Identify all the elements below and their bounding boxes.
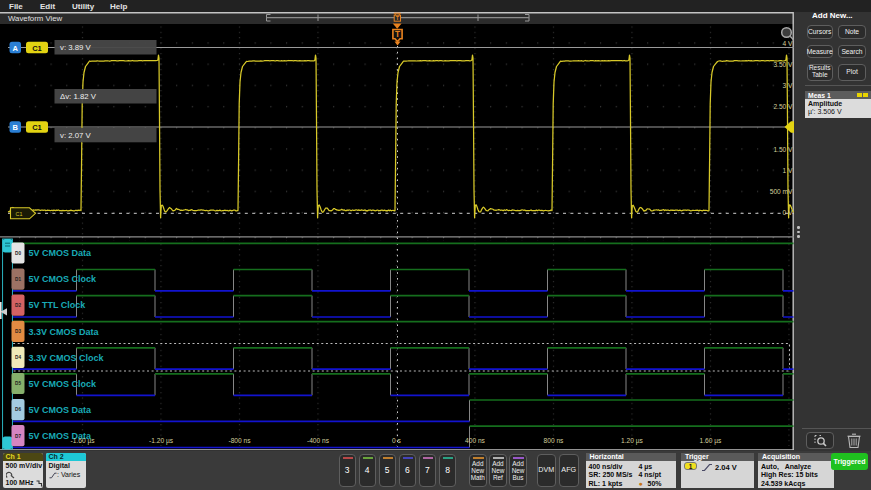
- svg-text:1.20 µs: 1.20 µs: [621, 437, 643, 445]
- svg-text:-1.60 µs: -1.60 µs: [71, 437, 96, 445]
- svg-text:3 V: 3 V: [783, 82, 793, 89]
- svg-text:1 V: 1 V: [783, 167, 793, 174]
- svg-text:A: A: [12, 44, 18, 53]
- svg-text:3.50 V: 3.50 V: [773, 61, 793, 68]
- svg-text:Waveform View: Waveform View: [8, 14, 63, 23]
- svg-text:5V CMOS Data: 5V CMOS Data: [29, 248, 93, 258]
- svg-text:3.3V CMOS Data: 3.3V CMOS Data: [29, 327, 100, 337]
- svg-text:5V CMOS Clock: 5V CMOS Clock: [29, 379, 98, 389]
- svg-text:C1: C1: [32, 123, 42, 132]
- svg-text:-400 ns: -400 ns: [307, 437, 330, 444]
- svg-text:v: 3.89 V: v: 3.89 V: [60, 43, 92, 52]
- svg-text:1.50 V: 1.50 V: [773, 146, 793, 153]
- svg-text:2.50 V: 2.50 V: [773, 103, 793, 110]
- svg-text:-800 ns: -800 ns: [229, 437, 252, 444]
- svg-text:5V TTL Clock: 5V TTL Clock: [29, 300, 87, 310]
- svg-text:D6: D6: [15, 407, 21, 412]
- svg-text:0 V: 0 V: [783, 209, 793, 216]
- svg-text:3.3V CMOS Clock: 3.3V CMOS Clock: [29, 353, 105, 363]
- svg-text:D7: D7: [15, 434, 21, 439]
- svg-text:500 mV: 500 mV: [770, 188, 793, 195]
- svg-text:B: B: [12, 123, 18, 132]
- svg-text:5V CMOS Clock: 5V CMOS Clock: [29, 274, 98, 284]
- svg-text:v: 2.07 V: v: 2.07 V: [60, 131, 92, 140]
- svg-text:T: T: [395, 30, 400, 39]
- svg-text:D3: D3: [15, 329, 21, 334]
- svg-text:D5: D5: [15, 381, 21, 386]
- svg-text:1.60 µs: 1.60 µs: [700, 437, 722, 445]
- svg-text:0 s: 0 s: [392, 437, 401, 444]
- svg-text:D0: D0: [15, 251, 21, 256]
- svg-text:Δv: 1.82 V: Δv: 1.82 V: [60, 92, 97, 101]
- svg-text:C1: C1: [32, 44, 42, 53]
- svg-text:4 V: 4 V: [783, 40, 793, 47]
- svg-text:C1: C1: [16, 211, 23, 217]
- svg-text:400 ns: 400 ns: [465, 437, 486, 444]
- svg-text:5V CMOS Data: 5V CMOS Data: [29, 405, 93, 415]
- svg-text:800 ns: 800 ns: [544, 437, 565, 444]
- svg-text:-1.20 µs: -1.20 µs: [149, 437, 174, 445]
- svg-text:D2: D2: [15, 303, 21, 308]
- svg-text:D1: D1: [15, 277, 21, 282]
- svg-text:D4: D4: [15, 355, 21, 360]
